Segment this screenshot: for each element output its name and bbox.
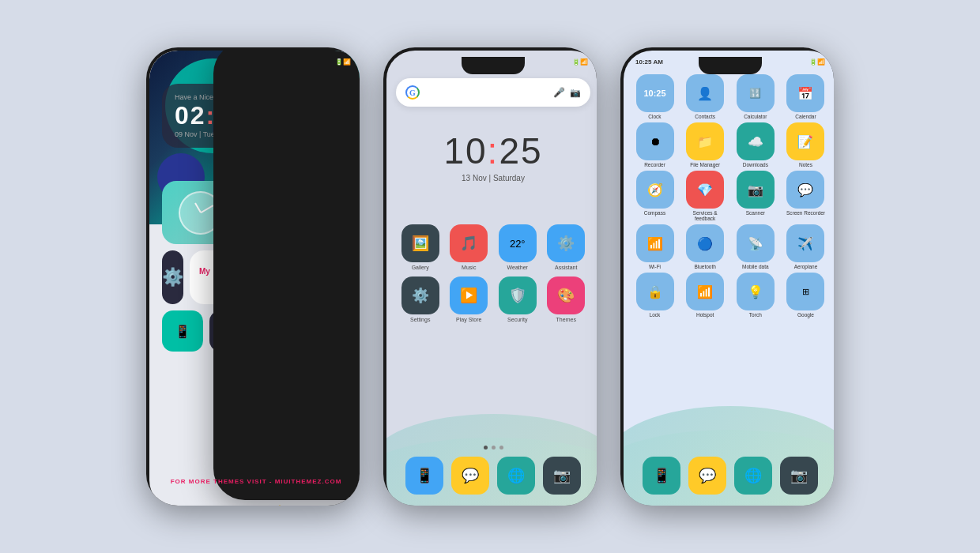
p2-app-music[interactable]: 🎵 Music <box>448 224 491 270</box>
screenrecorder-label: Screen Recorder <box>786 210 825 216</box>
lock-icon: 🔒 <box>636 273 674 310</box>
phone-2-clock-display: 10:25 13 Nov | Saturday <box>386 130 597 182</box>
p3-app-filemanager[interactable]: 📁 File Manager <box>684 122 727 167</box>
recorder-icon: ⏺ <box>636 122 674 160</box>
p2-dock-1[interactable]: 📱 <box>405 457 443 495</box>
p3-app-wifi[interactable]: 📶 Wi-Fi <box>633 224 677 269</box>
calendar-label: Calendar <box>795 114 816 119</box>
battery-bar-container: ⚡ 100% <box>273 505 352 506</box>
phone-1-statusbar: 🔋📶 <box>161 58 351 66</box>
p2-app-themes[interactable]: 🎨 Themes <box>545 276 588 322</box>
phone-2-status-icons: 🔋📶 <box>572 58 588 66</box>
music-label: Music <box>462 265 476 270</box>
google-logo: G <box>405 85 420 100</box>
scanner-label: Scanner <box>746 210 765 216</box>
p3-app-mobiledata[interactable]: 📡 Mobile data <box>733 224 777 269</box>
phone-1-settings-app[interactable]: ⚙️ <box>162 250 183 304</box>
google-app-icon: ⊞ <box>786 273 824 310</box>
phone-3-row5: 🔒 Lock 📶 Hotspot 💡 Torch ⊞ Google <box>633 273 827 318</box>
clock-icon: 10:25 <box>636 74 674 112</box>
phone-3-status-icons: 🔋📶 <box>809 58 825 66</box>
phone-2-time: 10:25 <box>386 130 597 172</box>
notes-icon: 📝 <box>786 122 824 160</box>
phone-3-dock: 📱 💬 🌐 📷 <box>636 457 824 495</box>
settings-icon: ⚙️ <box>162 267 183 288</box>
p2-app-weather[interactable]: 22° Weather <box>496 224 539 270</box>
p2-dock-2[interactable]: 💬 <box>451 457 489 495</box>
phone-2-searchbar[interactable]: G 🎤 📷 <box>396 78 590 107</box>
dock-icon-1[interactable]: 📱 <box>162 310 203 352</box>
p3-app-screenrecorder[interactable]: 💬 Screen Recorder <box>784 171 827 221</box>
p3-app-calculator[interactable]: 🔢 Calculator <box>733 74 777 119</box>
watermark: FOR MORE THEMES VISIT - MIUITHEMEZ.COM <box>171 478 342 485</box>
p3-app-scanner[interactable]: 📷 Scanner <box>733 171 777 221</box>
filemanager-label: File Manager <box>690 162 720 167</box>
themes-icon: 🎨 <box>547 276 585 314</box>
p3-app-downloads[interactable]: ☁️ Downloads <box>733 122 777 167</box>
filemanager-icon: 📁 <box>686 122 724 160</box>
p2-app-security[interactable]: 🛡️ Security <box>496 276 539 322</box>
p3-app-compass[interactable]: 🧭 Compass <box>633 171 677 221</box>
calculator-label: Calculator <box>744 114 767 119</box>
battery-percentage: 100% <box>285 506 301 506</box>
themes-label: Themes <box>556 317 576 322</box>
phone-3-row2: ⏺ Recorder 📁 File Manager ☁️ Downloads 📝… <box>633 122 827 167</box>
playstore-icon: ▶️ <box>450 276 488 314</box>
phone-text: phone <box>213 51 360 500</box>
phones-container: 🔋📶 Have a Nice Day 02:36 09 Nov | Tuesda… <box>0 0 980 553</box>
p3-dock-4[interactable]: 📷 <box>780 457 818 495</box>
downloads-label: Downloads <box>743 162 768 167</box>
clock-hand-minute <box>200 205 213 213</box>
phone-3-statusbar: 10:25 AM 🔋📶 <box>635 58 825 66</box>
p2-dock-3[interactable]: 🌐 <box>497 457 535 495</box>
aeroplane-icon: ✈️ <box>786 224 824 262</box>
phone-3-status-time: 10:25 AM <box>635 58 663 66</box>
lock-label: Lock <box>650 312 661 318</box>
phone-1: 🔋📶 Have a Nice Day 02:36 09 Nov | Tuesda… <box>146 47 360 506</box>
my-text: My <box>199 267 210 276</box>
contacts-label: Contacts <box>695 114 715 119</box>
calculator-icon: 🔢 <box>737 74 775 112</box>
p2-app-playstore[interactable]: ▶️ Play Store <box>448 276 491 322</box>
phone-2-row1: 🖼️ Gallery 🎵 Music 22° Weather ⚙️ Assist… <box>399 224 587 270</box>
p3-app-calendar[interactable]: 📅 Calendar <box>784 74 827 119</box>
screenrecorder-icon: 💬 <box>786 171 824 209</box>
p3-dock-1[interactable]: 📱 <box>643 457 680 495</box>
phone-3-row1: 10:25 Clock 👤 Contacts 🔢 Calculator 📅 Ca… <box>633 74 827 119</box>
wifi-label: Wi-Fi <box>649 264 661 269</box>
clock-label: Clock <box>648 114 661 119</box>
settings-label: Settings <box>410 317 430 322</box>
p3-dock-2[interactable]: 💬 <box>688 457 726 495</box>
services-icon: 💎 <box>686 171 724 209</box>
music-icon: 🎵 <box>450 224 488 262</box>
p3-app-notes[interactable]: 📝 Notes <box>784 122 827 167</box>
phone-1-widgets: 🚶 Steps Today 0 📞 ✈ ⚙️ <box>162 181 350 352</box>
p2-app-assistant[interactable]: ⚙️ Assistant <box>545 224 588 270</box>
p2-app-settings[interactable]: ⚙️ Settings <box>399 276 442 322</box>
p3-app-hotspot[interactable]: 📶 Hotspot <box>684 273 727 318</box>
wifi-icon: 📶 <box>636 224 674 262</box>
phone-2-statusbar: 🔋📶 <box>398 58 588 66</box>
dot-1 <box>484 446 488 450</box>
p3-app-contacts[interactable]: 👤 Contacts <box>684 74 727 119</box>
bluetooth-icon: 🔵 <box>686 224 724 262</box>
phone-1-screen: 🔋📶 Have a Nice Day 02:36 09 Nov | Tuesda… <box>149 51 360 506</box>
p3-dock-3[interactable]: 🌐 <box>734 457 772 495</box>
p3-app-recorder[interactable]: ⏺ Recorder <box>633 122 677 167</box>
recorder-label: Recorder <box>644 162 665 167</box>
p2-dock-4[interactable]: 📷 <box>543 457 581 495</box>
p3-app-google[interactable]: ⊞ Google <box>784 273 827 318</box>
phone-2-row2: ⚙️ Settings ▶️ Play Store 🛡️ Security 🎨 … <box>399 276 587 322</box>
compass-label: Compass <box>644 210 665 216</box>
p2-app-gallery[interactable]: 🖼️ Gallery <box>399 224 442 270</box>
p3-app-lock[interactable]: 🔒 Lock <box>633 273 677 318</box>
p3-app-services[interactable]: 💎 Services & feedback <box>684 171 727 221</box>
p3-app-clock[interactable]: 10:25 Clock <box>633 74 677 119</box>
phone-1-status-icons: 🔋📶 <box>335 58 351 66</box>
scanner-icon: 📷 <box>737 171 775 209</box>
phone-1-battery-widget: My phone ⚡ 100% <box>190 250 360 304</box>
security-icon: 🛡️ <box>499 276 537 314</box>
p3-app-torch[interactable]: 💡 Torch <box>733 273 777 318</box>
p3-app-bluetooth[interactable]: 🔵 Bluetooth <box>684 224 727 269</box>
p3-app-aeroplane[interactable]: ✈️ Aeroplane <box>784 224 827 269</box>
